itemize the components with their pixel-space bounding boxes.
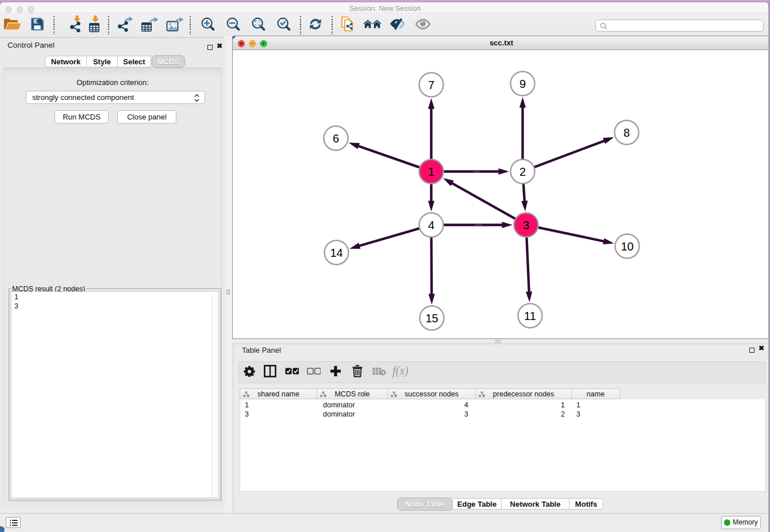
svg-text:7: 7 [428,79,434,91]
svg-text:4: 4 [428,219,434,232]
svg-text:1: 1 [428,165,434,178]
svg-text:11: 11 [524,310,536,322]
svg-text:3: 3 [523,219,529,232]
svg-text:f(x): f(x) [392,364,409,377]
svg-text:15: 15 [425,312,438,325]
svg-text:8: 8 [623,126,630,139]
svg-text:14: 14 [330,246,342,259]
svg-text:6: 6 [333,132,339,145]
svg-text:2: 2 [519,165,526,178]
svg-text:10: 10 [621,240,633,253]
svg-text:9: 9 [519,78,526,90]
